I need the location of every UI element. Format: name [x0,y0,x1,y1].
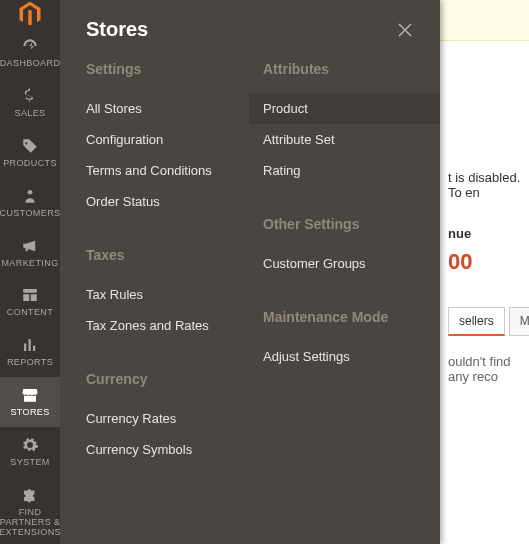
nav-marketing[interactable]: MARKETING [0,228,60,278]
nav-customers[interactable]: CUSTOMERS [0,178,60,228]
link-tax-zones[interactable]: Tax Zones and Rates [86,310,253,341]
close-button[interactable] [394,19,416,41]
nav-label: PRODUCTS [1,159,59,169]
nav-label: MARKETING [0,259,61,269]
link-currency-rates[interactable]: Currency Rates [86,403,253,434]
nav-reports[interactable]: REPORTS [0,327,60,377]
stores-flyout: Stores Settings All Stores Configuration… [60,0,440,544]
link-currency-symbols[interactable]: Currency Symbols [86,434,253,465]
metric-value-fragment: 00 [448,249,521,275]
link-tax-rules[interactable]: Tax Rules [86,279,253,310]
nav-system[interactable]: SYSTEM [0,427,60,477]
link-terms[interactable]: Terms and Conditions [86,155,253,186]
store-icon [21,385,39,405]
nav-products[interactable]: PRODUCTS [0,128,60,178]
group-heading: Other Settings [263,216,430,232]
group-heading: Maintenance Mode [263,309,430,325]
group-heading: Taxes [86,247,253,263]
link-configuration[interactable]: Configuration [86,124,253,155]
metric-label-fragment: nue [448,226,521,241]
dashboard-icon [21,36,39,56]
nav-content[interactable]: CONTENT [0,277,60,327]
magento-logo[interactable] [0,0,60,28]
obscured-dashboard: t is disabled. To en nue 00 sellers Most… [440,0,529,544]
magento-logo-icon [16,0,44,28]
link-rating[interactable]: Rating [263,155,430,186]
nav-label: DASHBOARD [0,59,62,69]
dashboard-tabs: sellers Most [448,307,521,336]
gear-icon [21,435,39,455]
empty-text-fragment: ouldn't find any reco [448,354,521,384]
nav-label: SALES [12,109,47,119]
person-icon [21,186,39,206]
close-icon [397,22,413,38]
layout-icon [21,285,39,305]
flyout-right-column: Attributes Product Attribute Set Rating … [263,61,440,495]
tab-bestsellers-fragment[interactable]: sellers [448,307,505,336]
admin-nav-rail: DASHBOARD SALES PRODUCTS CUSTOMERS MARKE [0,0,60,544]
group-heading: Settings [86,61,253,77]
nav-label: CUSTOMERS [0,209,62,219]
nav-label: STORES [8,408,51,418]
link-customer-groups[interactable]: Customer Groups [263,248,430,279]
flyout-left-column: Settings All Stores Configuration Terms … [86,61,263,495]
group-heading: Attributes [263,61,430,77]
bar-chart-icon [21,335,39,355]
dollar-icon [21,86,39,106]
flyout-title: Stores [86,18,148,41]
megaphone-icon [21,236,39,256]
nav-label: REPORTS [5,358,55,368]
nav-partners[interactable]: FIND PARTNERS & EXTENSIONS [0,477,60,544]
group-heading: Currency [86,371,253,387]
nav-stores[interactable]: STORES [0,377,60,427]
svg-point-0 [28,190,33,195]
nav-label: FIND PARTNERS & EXTENSIONS [0,508,63,538]
link-product-attributes[interactable]: Product [249,93,440,124]
nav-label: CONTENT [5,308,55,318]
nav-sales[interactable]: SALES [0,78,60,128]
notice-text-fragment: t is disabled. To en [448,170,521,200]
tag-icon [21,136,39,156]
puzzle-icon [21,485,39,505]
nav-label: SYSTEM [8,458,51,468]
tab-most-fragment[interactable]: Most [509,307,529,336]
link-all-stores[interactable]: All Stores [86,93,253,124]
link-order-status[interactable]: Order Status [86,186,253,217]
nav-dashboard[interactable]: DASHBOARD [0,28,60,78]
link-attribute-set[interactable]: Attribute Set [263,124,430,155]
link-adjust-settings[interactable]: Adjust Settings [263,341,430,372]
